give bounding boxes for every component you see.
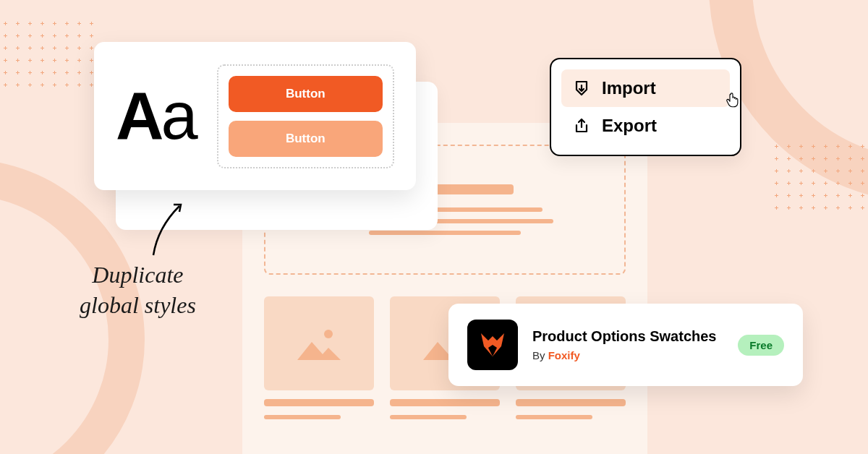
app-info: Product Options Swatches By Foxify: [532, 328, 723, 361]
annotation-text: Duplicate global styles: [80, 260, 196, 320]
app-brand: Foxify: [548, 349, 580, 361]
annotation-arrow: [145, 199, 195, 260]
import-option[interactable]: Import: [561, 69, 730, 107]
svg-point-0: [324, 330, 333, 338]
dot-grid-right: [775, 145, 864, 210]
app-author: By Foxify: [532, 349, 723, 361]
app-card[interactable]: Product Options Swatches By Foxify Free: [448, 304, 803, 386]
export-option[interactable]: Export: [561, 107, 730, 145]
annotation-line-2: global styles: [80, 292, 196, 318]
import-icon: [573, 80, 590, 97]
import-export-panel: Import Export: [550, 58, 741, 156]
cursor-hand-icon: [724, 91, 741, 108]
font-sample: Aa: [116, 78, 195, 154]
secondary-button[interactable]: Button: [229, 121, 383, 157]
foxify-logo-icon: [467, 320, 518, 370]
font-sample-upper: A: [116, 78, 161, 154]
import-label: Import: [602, 78, 656, 98]
annotation-line-1: Duplicate: [92, 262, 183, 288]
free-badge: Free: [738, 335, 784, 356]
font-sample-lower: a: [161, 78, 195, 154]
image-placeholder-icon: [264, 296, 374, 390]
button-style-group: Button Button: [217, 64, 394, 168]
primary-button[interactable]: Button: [229, 76, 383, 112]
app-title: Product Options Swatches: [532, 328, 723, 345]
typography-card: Aa Button Button: [94, 42, 416, 190]
export-label: Export: [602, 116, 657, 136]
export-icon: [573, 117, 590, 134]
dot-grid-left: [4, 22, 93, 87]
